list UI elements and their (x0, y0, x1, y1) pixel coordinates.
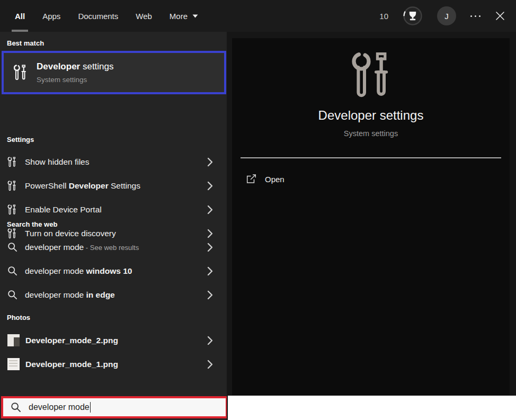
settings-tool-icon (7, 204, 16, 215)
tab-all-label: All (15, 12, 25, 21)
search-icon (7, 242, 17, 252)
chevron-right-icon (207, 181, 213, 191)
preview-panel: Developer settings System settings Open (227, 32, 516, 420)
results-panel: Best match Developer settings System set… (0, 32, 227, 420)
tab-more-label: More (170, 12, 188, 21)
options-ellipsis-icon[interactable] (470, 15, 481, 17)
result-powershell-developer-settings[interactable]: PowerShell Developer Settings (0, 174, 227, 198)
result-label: developer mode - See web results (25, 243, 139, 252)
tab-documents-label: Documents (78, 12, 118, 21)
best-match-result[interactable]: Developer settings System settings (2, 51, 226, 94)
web-result-in-edge[interactable]: developer mode in edge (0, 283, 227, 307)
avatar-initial: J (444, 12, 449, 21)
tab-all[interactable]: All (15, 0, 25, 32)
developer-settings-icon (13, 65, 27, 81)
background-white-area (228, 396, 516, 420)
best-match-subtitle: System settings (37, 76, 114, 84)
result-label: developer mode windows 10 (25, 266, 132, 276)
web-result-see-web-results[interactable]: developer mode - See web results (0, 235, 227, 259)
avatar[interactable]: J (437, 6, 456, 25)
settings-tool-icon (7, 157, 16, 167)
result-label: PowerShell Developer Settings (25, 181, 140, 191)
search-input[interactable]: developer mode (1, 396, 228, 418)
chevron-down-icon (192, 14, 198, 18)
tab-apps[interactable]: Apps (42, 0, 60, 32)
search-filter-bar: All Apps Documents Web More 10 (0, 0, 516, 32)
search-icon (7, 290, 17, 300)
close-icon[interactable] (495, 11, 505, 21)
best-match-header: Best match (7, 39, 44, 47)
chevron-right-icon (207, 336, 213, 345)
filter-tabs: All Apps Documents Web More (15, 0, 198, 32)
result-label: Show hidden files (25, 157, 90, 167)
text-caret (90, 402, 91, 413)
preview-subtitle: System settings (232, 129, 510, 138)
search-input-value: developer mode (29, 403, 90, 412)
windows-search-panel: All Apps Documents Web More 10 (0, 0, 516, 420)
chevron-right-icon (207, 157, 213, 167)
result-label: Developer_mode_1.png (25, 360, 118, 369)
result-label: developer mode in edge (25, 290, 115, 300)
tab-more[interactable]: More (170, 0, 198, 32)
photo-result-developer-mode-1[interactable]: Developer_mode_1.png (0, 352, 227, 376)
preview-card: Developer settings System settings Open (232, 38, 510, 395)
photo-thumbnail (7, 334, 20, 346)
settings-header: Settings (7, 136, 34, 144)
best-match-title: Developer settings (37, 61, 114, 72)
web-result-windows-10[interactable]: developer mode windows 10 (0, 259, 227, 283)
chevron-right-icon (207, 266, 213, 276)
search-icon (7, 266, 17, 276)
topbar-right-cluster: 10 J (379, 0, 505, 32)
open-label: Open (265, 175, 284, 184)
search-icon (11, 402, 21, 413)
result-show-hidden-files[interactable]: Show hidden files (0, 150, 227, 174)
photos-header: Photos (7, 314, 30, 321)
tab-web-label: Web (136, 12, 152, 21)
photo-thumbnail (7, 358, 20, 370)
chevron-right-icon (207, 243, 213, 252)
search-the-web-header: Search the web (7, 220, 57, 228)
result-label: Enable Device Portal (25, 205, 102, 215)
chevron-right-icon (207, 360, 213, 369)
chevron-right-icon (207, 290, 213, 300)
divider (241, 157, 501, 158)
tab-apps-label: Apps (42, 12, 60, 21)
result-enable-device-portal[interactable]: Enable Device Portal (0, 198, 227, 221)
open-external-icon (246, 174, 257, 184)
rewards-points: 10 (379, 12, 388, 21)
chevron-right-icon (207, 205, 213, 215)
tab-web[interactable]: Web (136, 0, 152, 32)
preview-title: Developer settings (232, 108, 510, 123)
photo-result-developer-mode-2[interactable]: Developer_mode_2.png (0, 328, 227, 352)
developer-settings-icon-large (351, 52, 391, 99)
tab-documents[interactable]: Documents (78, 0, 118, 32)
result-label: Developer_mode_2.png (25, 336, 118, 345)
settings-tool-icon (7, 181, 16, 191)
open-action[interactable]: Open (246, 168, 284, 190)
rewards-icon[interactable] (403, 6, 423, 26)
